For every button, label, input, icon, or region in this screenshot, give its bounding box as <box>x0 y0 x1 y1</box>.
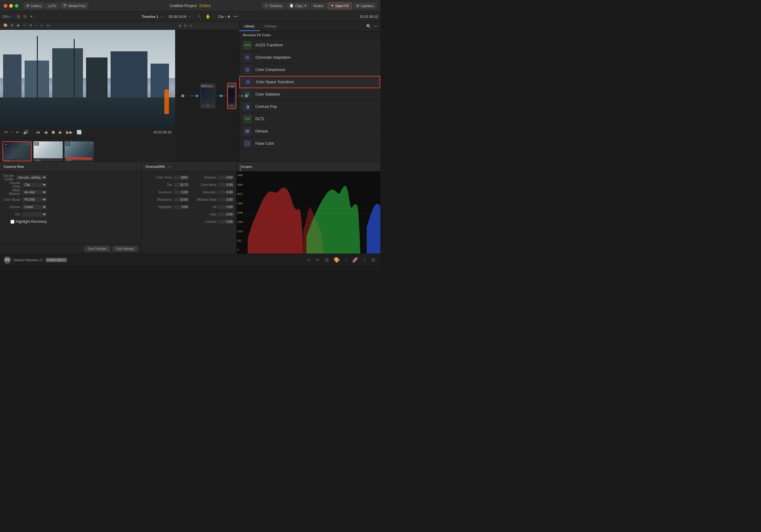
deliver-icon[interactable]: 🚀 <box>351 256 360 264</box>
search-icon[interactable]: 🔍 <box>366 24 371 29</box>
highlight-recovery-checkbox[interactable] <box>11 220 15 224</box>
node-tb-btn3[interactable]: ✦ <box>189 23 193 28</box>
lift-input[interactable] <box>218 205 234 209</box>
clips-button[interactable]: 📋 Clips ▾ <box>286 2 309 9</box>
blue-channel <box>367 188 380 254</box>
midtone-detail-input[interactable] <box>218 198 234 202</box>
audio-icon[interactable]: ♪ <box>343 256 348 264</box>
highlights-input[interactable] <box>174 205 189 209</box>
wave-btn[interactable]: 〜 <box>22 23 27 28</box>
exposure-input[interactable] <box>174 190 189 194</box>
fx-item-color-stabilizer[interactable]: Color Stabilizer <box>239 88 380 100</box>
gamma-select[interactable]: Linear <box>22 205 47 209</box>
decode-quality-select[interactable]: Use pro...setting <box>16 175 47 180</box>
media-pool-button[interactable]: 🎬 Media Pool <box>60 2 88 9</box>
cut-icon[interactable]: ✂ <box>306 256 312 264</box>
contrast-input[interactable] <box>218 220 234 224</box>
open-fx-button[interactable]: ✦ Open FX <box>327 2 352 9</box>
zoom-chevron[interactable]: ▾ <box>11 15 12 18</box>
zoom-level[interactable]: 25% <box>2 15 9 19</box>
undo-btn[interactable]: ↩ <box>15 129 20 135</box>
timecode-chevron[interactable]: ▾ <box>189 15 191 18</box>
close-button[interactable] <box>4 4 7 8</box>
layout-btn-3[interactable]: ✦ <box>29 14 34 19</box>
fx-item-color-compressor[interactable]: Color Compressor <box>239 64 380 76</box>
home-icon[interactable]: ⌂ <box>362 256 368 264</box>
tint-input[interactable] <box>174 183 189 187</box>
use-settings-btn[interactable]: Use Settings <box>113 246 138 252</box>
fx-item-dehaze[interactable]: Dehaze <box>239 125 380 137</box>
camera-raw-footer: Use Changes Use Settings <box>0 244 141 254</box>
saturation-input[interactable] <box>218 190 234 194</box>
fx-item-aces[interactable]: ACES ACES Transform <box>239 39 380 51</box>
chevron-down-icon[interactable]: ▾ <box>225 15 226 18</box>
fx-item-contrast-pop[interactable]: ◑ Contrast Pop <box>239 100 380 113</box>
layers-btn[interactable]: ⊛ <box>28 23 33 28</box>
fx-item-chromatic[interactable]: Chromatic Adaptation <box>239 51 380 64</box>
clip-01[interactable]: 01 V1 DNG <box>2 142 31 161</box>
more-view-btn[interactable]: ••• <box>45 23 51 28</box>
layout-btn-1[interactable]: ⊞ <box>16 14 21 19</box>
color-boost-input[interactable] <box>218 183 234 187</box>
nodes-button[interactable]: Nodes <box>311 3 326 9</box>
luts-button[interactable]: LUTs <box>45 3 59 9</box>
color-icon-btn[interactable]: 🎨 <box>2 23 9 28</box>
volume-btn[interactable]: 🔊 <box>23 129 29 135</box>
loop-btn[interactable]: 🔄 <box>76 129 82 135</box>
color-space-select[interactable]: P3 D60 <box>22 197 47 202</box>
transform-tool[interactable]: ↖ <box>197 14 202 19</box>
decode-quality-label: Decode Quality <box>2 174 14 181</box>
next-frame-btn[interactable]: ▶▶ <box>65 129 74 135</box>
lightbox-button[interactable]: ⊞ Lightbox <box>353 2 377 9</box>
prev-frame-btn[interactable]: ◀ <box>43 129 48 135</box>
node-01[interactable]: WB/Expo... 01 <box>200 83 215 108</box>
shadows-input[interactable] <box>218 175 234 179</box>
clip-03[interactable]: 03 V1 DNG <box>65 142 94 161</box>
timeline-button[interactable]: ⬡ Timeline <box>262 2 285 9</box>
grid-btn[interactable]: ⊞ <box>10 23 15 28</box>
fx-bar-icon[interactable]: ⊞ <box>323 256 330 264</box>
node-tb-btn2[interactable]: ⊟ <box>183 23 187 28</box>
use-changes-btn[interactable]: Use Changes <box>85 246 111 252</box>
decode-using-select[interactable]: Clip <box>22 183 47 187</box>
white-balance-select[interactable]: As shot <box>22 190 47 195</box>
timeline-chevron[interactable]: ▾ <box>161 15 162 18</box>
tab-settings[interactable]: Settings <box>260 22 282 31</box>
hand-tool[interactable]: ✋ <box>205 14 211 19</box>
false-color-icon <box>243 139 252 148</box>
pencil-btn[interactable]: ✏ <box>4 129 9 135</box>
stop-btn[interactable]: ⏹ <box>50 129 56 135</box>
node-btn[interactable]: ⬡ <box>39 23 44 28</box>
more-options[interactable]: ••• <box>233 14 239 19</box>
tab-library[interactable]: Library <box>239 22 260 31</box>
saturation-row: Saturation <box>189 189 234 196</box>
fx-item-false-color[interactable]: False Color <box>239 137 380 150</box>
gallery-button[interactable]: ⊞ Gallery <box>23 2 44 9</box>
edit-icon[interactable]: ✏ <box>315 256 321 264</box>
clip-02[interactable]: 02 V1 DNG <box>33 142 63 161</box>
sharpness-input[interactable] <box>174 198 189 202</box>
gain-input[interactable] <box>218 212 234 216</box>
skip-start-btn[interactable]: ⏮ <box>35 129 41 135</box>
minimize-button[interactable] <box>9 4 13 8</box>
cdng-more[interactable]: ••• <box>167 165 171 168</box>
node-tb-btn1[interactable]: ⊞ <box>178 23 182 28</box>
contrast-icon: ◑ <box>243 102 252 111</box>
color-temp-label: Color Temp <box>144 176 172 179</box>
fx-item-dctl[interactable]: CSN DCTL <box>239 113 380 125</box>
iso-select[interactable] <box>22 212 47 217</box>
settings-icon[interactable]: ⚙ <box>370 256 377 264</box>
circle-btn[interactable]: ◉ <box>16 23 21 28</box>
more-panel-options[interactable]: ••• <box>374 24 378 29</box>
play-btn[interactable]: ▶ <box>58 129 63 135</box>
color-temp-input[interactable] <box>174 175 189 179</box>
maximize-button[interactable] <box>15 4 19 8</box>
layout-btn-2[interactable]: ⊟ <box>23 14 28 19</box>
node-02[interactable]: LogC 02 <box>227 83 236 109</box>
fx-item-color-space-transform[interactable]: Color Space Transform <box>239 76 380 88</box>
picker-btn[interactable]: + <box>34 23 38 28</box>
app-logo: DV <box>4 256 11 264</box>
exposure-label: Exposure <box>144 191 172 194</box>
color-bar-icon[interactable]: 🎨 <box>332 256 341 264</box>
ctrl-chevron[interactable]: ▾ <box>11 131 13 134</box>
